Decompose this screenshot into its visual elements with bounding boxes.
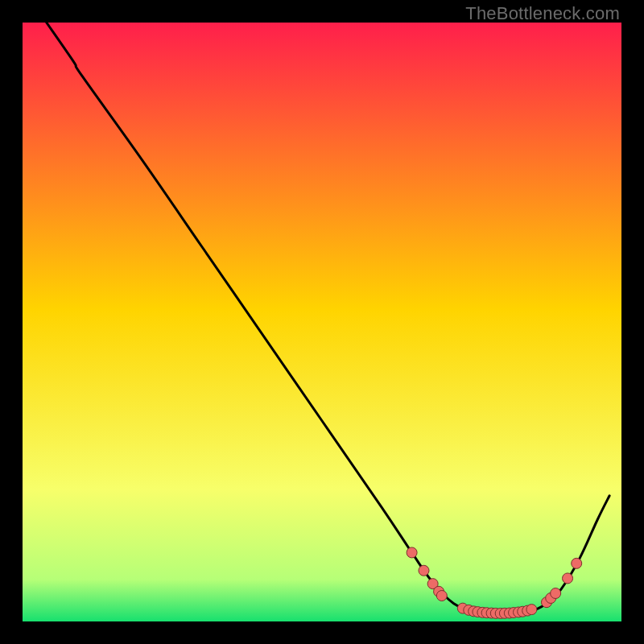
scatter-point — [419, 565, 429, 576]
scatter-point — [563, 573, 573, 584]
scatter-point — [436, 591, 447, 601]
scatter-point — [526, 605, 537, 615]
scatter-point — [551, 588, 561, 599]
chart-frame — [23, 23, 621, 621]
watermark-text: TheBottleneck.com — [465, 3, 620, 24]
scatter-point — [407, 547, 417, 558]
scatter-point — [572, 558, 582, 568]
gradient-bg — [23, 23, 621, 621]
bottleneck-chart — [23, 23, 621, 621]
